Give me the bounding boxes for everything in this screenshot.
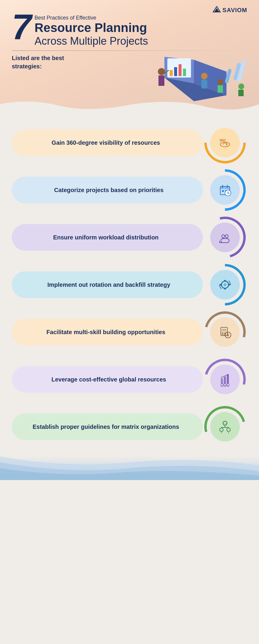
strategy-pill-7: Establish proper guidelines for matrix o… — [12, 413, 203, 440]
strategy-pill-2: Categorize projects based on priorities — [12, 177, 203, 203]
svg-text:$: $ — [227, 333, 229, 337]
strategy-circle-7 — [203, 405, 247, 449]
svg-point-64 — [220, 428, 223, 432]
matrix-org-icon — [217, 419, 233, 434]
strategy-item-5: $ Facilitate multi-skill building opport… — [12, 311, 247, 353]
strategy-item-2: Categorize projects based on priorities — [12, 169, 247, 211]
svg-rect-25 — [220, 186, 230, 189]
saviom-logo: SAVIOM — [213, 6, 247, 14]
svg-rect-37 — [222, 238, 224, 239]
strategy-text-7: Establish proper guidelines for matrix o… — [33, 423, 179, 431]
svg-rect-41 — [224, 280, 226, 281]
svg-point-58 — [224, 384, 226, 386]
strategy-circle-6 — [203, 357, 247, 402]
multiskill-icon: $ — [217, 324, 233, 340]
strategy-circle-3 — [203, 215, 247, 260]
strategies-intro: Listed are the best strategies: — [12, 54, 86, 70]
svg-rect-9 — [183, 69, 186, 76]
svg-rect-38 — [226, 238, 228, 239]
circle-inner-6 — [210, 365, 240, 394]
strategy-pill-1: Gain 360-degree visibility of resources — [12, 129, 203, 156]
title-text-block: Best Practices of Effective Resource Pla… — [35, 15, 148, 47]
svg-point-20 — [238, 83, 244, 89]
workload-distribution-icon — [217, 230, 233, 245]
svg-point-59 — [227, 384, 229, 386]
number-seven: 7 — [12, 9, 32, 44]
strategy-item-4: Implement out rotation and backfill stra… — [12, 264, 247, 305]
svg-rect-28 — [222, 190, 224, 192]
circle-inner-2 — [210, 175, 240, 205]
saviom-logo-icon — [213, 6, 221, 14]
strategy-text-4: Implement out rotation and backfill stra… — [47, 281, 170, 289]
strategy-text-3: Ensure uniform workload distribution — [53, 233, 159, 242]
subtitle-text: Best Practices of Effective — [35, 15, 148, 21]
saviom-logo-text: SAVIOM — [223, 7, 247, 14]
strategy-text-1: Gain 360-degree visibility of resources — [52, 139, 160, 147]
header-wave — [0, 98, 259, 113]
svg-rect-8 — [179, 64, 182, 76]
svg-rect-11 — [158, 75, 164, 86]
svg-rect-55 — [224, 376, 226, 384]
svg-rect-16 — [218, 85, 223, 93]
strategy-circle-5: $ — [203, 310, 247, 354]
svg-rect-7 — [174, 67, 177, 76]
global-resources-icon — [217, 372, 233, 387]
svg-point-65 — [227, 428, 230, 432]
header-divider — [12, 50, 247, 51]
svg-rect-21 — [238, 90, 244, 96]
header-section: SAVIOM 7 Best Practices of Effective Res… — [0, 0, 259, 113]
svg-point-13 — [201, 73, 208, 79]
main-title-line1: Resource Planning — [35, 21, 148, 35]
svg-rect-56 — [227, 375, 229, 384]
svg-point-50 — [222, 332, 224, 334]
strategy-circle-4 — [203, 263, 247, 307]
circle-inner-3 — [210, 223, 240, 252]
strategy-item-7: Establish proper guidelines for matrix o… — [12, 406, 247, 447]
svg-point-35 — [222, 235, 225, 238]
calendar-priority-icon — [217, 182, 233, 198]
svg-rect-42 — [224, 288, 226, 289]
circle-inner-1: 360° — [210, 128, 240, 157]
strategy-text-6: Leverage cost-effective global resources — [51, 375, 166, 384]
circle-inner-4 — [210, 270, 240, 300]
strategy-circle-2 — [203, 168, 247, 212]
main-content: 360° Gain 360-degree visibility of resou… — [0, 113, 259, 456]
svg-text:360°: 360° — [219, 139, 226, 142]
circle-inner-5: $ — [210, 317, 240, 347]
strategy-item-1: 360° Gain 360-degree visibility of resou… — [12, 122, 247, 163]
strategy-pill-3: Ensure uniform workload distribution — [12, 224, 203, 251]
svg-point-36 — [225, 235, 228, 238]
svg-point-57 — [221, 384, 223, 386]
strategy-pill-4: Implement out rotation and backfill stra… — [12, 271, 203, 298]
svg-rect-14 — [201, 80, 207, 88]
strategy-text-2: Categorize projects based on priorities — [54, 186, 164, 194]
strategy-pill-6: Leverage cost-effective global resources — [12, 366, 203, 393]
rotation-strategy-icon — [217, 277, 233, 292]
svg-rect-34 — [221, 239, 229, 243]
header-title-area: 7 Best Practices of Effective Resource P… — [12, 12, 247, 47]
footer-wave — [0, 456, 259, 480]
main-title-line2: Across Multiple Projects — [35, 35, 148, 47]
svg-rect-54 — [221, 378, 223, 384]
strategy-pill-5: Facilitate multi-skill building opportun… — [12, 319, 203, 345]
svg-point-40 — [224, 283, 226, 286]
svg-rect-47 — [221, 327, 227, 336]
strategy-item-6: Leverage cost-effective global resources — [12, 359, 247, 400]
strategy-text-5: Facilitate multi-skill building opportun… — [46, 328, 165, 336]
360-visibility-icon: 360° — [217, 135, 233, 150]
strategy-circle-1: 360° — [203, 120, 247, 165]
svg-rect-6 — [170, 70, 173, 76]
strategy-item-3: Ensure uniform workload distribution — [12, 217, 247, 258]
footer-wave-svg — [0, 456, 259, 480]
svg-point-15 — [218, 79, 224, 85]
circle-inner-7 — [210, 412, 240, 442]
